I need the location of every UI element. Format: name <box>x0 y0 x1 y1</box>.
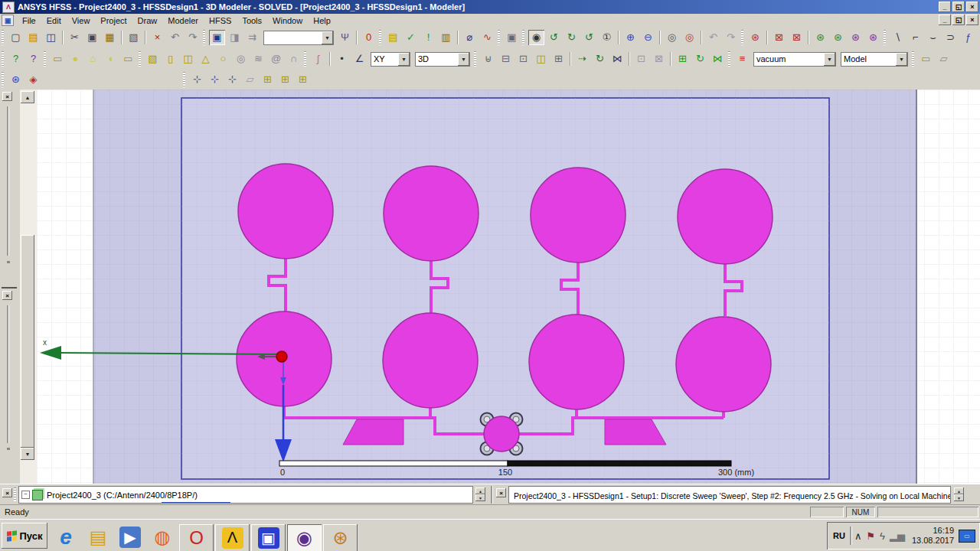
draw-torus-icon[interactable]: ◎ <box>233 51 249 67</box>
edit-sources-icon[interactable]: ▤ <box>385 30 401 45</box>
tree-collapse-toggle[interactable]: − <box>21 491 30 499</box>
chevron-down-icon[interactable]: ▼ <box>458 53 469 66</box>
project-panel-close-button[interactable]: × <box>2 92 12 101</box>
draw-ellipse-icon[interactable]: ◖ <box>103 51 119 67</box>
draw-polyhedron-icon[interactable]: ◫ <box>180 51 196 67</box>
media-reel-icon[interactable]: ◍ <box>147 523 178 551</box>
whats-this-icon[interactable]: ? <box>8 51 24 67</box>
properties-panel-close-button[interactable]: × <box>2 291 12 300</box>
scroll-down-button[interactable]: ▼ <box>21 448 34 460</box>
duplicate-mirror-icon[interactable]: ⋈ <box>710 51 726 67</box>
draw-bondwire-icon[interactable]: ∩ <box>286 51 302 67</box>
patch-antenna[interactable] <box>531 168 626 262</box>
orient-side-icon[interactable]: ⊠ <box>789 30 805 45</box>
menu-help[interactable]: Help <box>308 15 336 26</box>
select-object-icon[interactable]: ▣ <box>209 30 225 45</box>
zoom-in-icon[interactable]: ⊕ <box>622 30 639 45</box>
restore-button[interactable]: ◱ <box>952 15 965 25</box>
menu-project[interactable]: Project <box>95 15 132 26</box>
draw-spline-icon[interactable]: ⊃ <box>942 30 959 45</box>
scroll-thumb[interactable] <box>21 235 34 448</box>
cs-working-icon[interactable]: ⊞ <box>277 72 293 87</box>
view-redo-icon[interactable]: ↷ <box>723 30 739 45</box>
draw-spiral-icon[interactable]: @ <box>268 51 284 67</box>
close-button[interactable]: × <box>966 15 978 25</box>
explorer-folder-icon[interactable]: ▤ <box>83 523 113 551</box>
view-undo-icon[interactable]: ↶ <box>705 30 721 45</box>
patch-antenna[interactable] <box>383 313 478 408</box>
paste-icon[interactable]: ▦ <box>102 30 118 45</box>
message-bar-close-button[interactable]: × <box>496 488 506 497</box>
restore-button[interactable]: ◱ <box>952 2 965 12</box>
sma-connector[interactable] <box>481 413 523 455</box>
project-tree-item[interactable]: Project2400_3 (C:/Antenn/2400/8P18P/) <box>47 491 198 500</box>
rotate-current-axis-icon[interactable]: ↻ <box>564 30 580 45</box>
optimetrics-icon[interactable]: ◈ <box>25 72 41 87</box>
undo-icon[interactable]: ↶ <box>167 30 183 45</box>
close-button[interactable]: × <box>966 2 978 12</box>
internet-explorer-icon[interactable]: e <box>51 523 81 551</box>
orient-view-icon[interactable]: ① <box>599 30 615 45</box>
fit-all-icon[interactable]: ◎ <box>681 30 697 45</box>
tree-scroll-spinner[interactable]: ▲▼ <box>475 487 485 501</box>
left-scrollbar[interactable]: ▲ ▼ <box>20 90 38 484</box>
draw-circle-icon[interactable]: ● <box>67 51 83 67</box>
tray-expand-icon[interactable]: ∧ <box>854 530 862 542</box>
layers-icon[interactable]: ≡ <box>734 51 750 67</box>
power-plug-icon[interactable]: ϟ <box>880 530 885 542</box>
cs-create-icon[interactable]: ⊹ <box>189 72 205 87</box>
scale-icon[interactable]: ⊡ <box>633 51 649 67</box>
zoom-icon[interactable]: ⌀ <box>462 30 478 45</box>
mirror-icon[interactable]: ⋈ <box>609 51 626 67</box>
draw-cylinder-icon[interactable]: ▯ <box>162 51 178 67</box>
floppy-app-button[interactable]: ▣ <box>251 524 286 551</box>
project-tree-close-button[interactable]: × <box>2 488 12 497</box>
redo-icon[interactable]: ↷ <box>185 30 201 45</box>
split-icon[interactable]: ◫ <box>533 51 549 67</box>
project-panel-collapsed[interactable] <box>7 106 9 256</box>
draw-arc-icon[interactable]: ⌣ <box>925 30 941 45</box>
select-face-icon[interactable]: ◨ <box>227 30 243 45</box>
solve-ports-icon[interactable]: 0 <box>361 30 377 45</box>
select-multi-icon[interactable]: ⇉ <box>244 30 260 45</box>
patch-antenna[interactable] <box>529 315 624 409</box>
cs-view-icon[interactable]: ▱ <box>242 72 258 87</box>
pan-icon[interactable]: ◉ <box>528 30 544 45</box>
cs-axis-icon[interactable]: ⊞ <box>295 72 311 87</box>
start-button[interactable]: Пуск <box>2 523 47 549</box>
dock-grip[interactable] <box>14 487 16 501</box>
orient-iso-icon[interactable]: ⊛ <box>865 30 881 45</box>
connector-body[interactable] <box>484 416 519 452</box>
solution-data-icon[interactable]: ▥ <box>438 30 454 45</box>
combo-material[interactable]: vacuum▼ <box>753 52 836 67</box>
scroll-up-button[interactable]: ▲ <box>21 91 34 103</box>
lambda-app-button[interactable]: Λ <box>215 524 250 551</box>
ansys-hfss-button[interactable]: ◉ <box>287 524 322 551</box>
duplicate-rotate-icon[interactable]: ↻ <box>692 51 708 67</box>
draw-polygon-icon[interactable]: ⌂ <box>85 51 101 67</box>
draw-plane-icon[interactable]: ∠ <box>351 51 368 67</box>
draw-cone-icon[interactable]: △ <box>198 51 214 67</box>
analyze-all-icon[interactable]: ⊛ <box>8 72 24 87</box>
open-icon[interactable]: ▤ <box>25 30 41 45</box>
menu-edit[interactable]: Edit <box>41 15 67 26</box>
combo-plane[interactable]: XY▼ <box>371 52 410 67</box>
copy-icon[interactable]: ▣ <box>84 30 100 45</box>
create-report-icon[interactable]: ∿ <box>479 30 495 45</box>
combo-dimension[interactable]: 3D▼ <box>415 52 470 67</box>
message-scroll-spinner[interactable]: ▲▼ <box>954 487 964 501</box>
combo-history[interactable]: ▼ <box>263 31 334 45</box>
save-icon[interactable]: ◫ <box>43 30 59 45</box>
properties-panel-collapsed[interactable] <box>7 305 9 443</box>
chevron-down-icon[interactable]: ▼ <box>398 53 410 66</box>
help-icon[interactable]: ? <box>25 51 41 67</box>
paint-app-button[interactable]: ⊛ <box>323 524 358 551</box>
move-icon[interactable]: ⇢ <box>574 51 590 67</box>
print-icon[interactable]: ▧ <box>126 30 142 45</box>
patch-antenna[interactable] <box>678 169 773 264</box>
minimize-button[interactable]: _ <box>939 15 951 25</box>
rotate-screen-center-icon[interactable]: ↺ <box>581 30 597 45</box>
desktop-monitor-icon[interactable]: ▭ <box>959 530 975 543</box>
zoom-window-icon[interactable]: ◎ <box>664 30 680 45</box>
orient-back-icon[interactable]: ⊛ <box>830 30 846 45</box>
